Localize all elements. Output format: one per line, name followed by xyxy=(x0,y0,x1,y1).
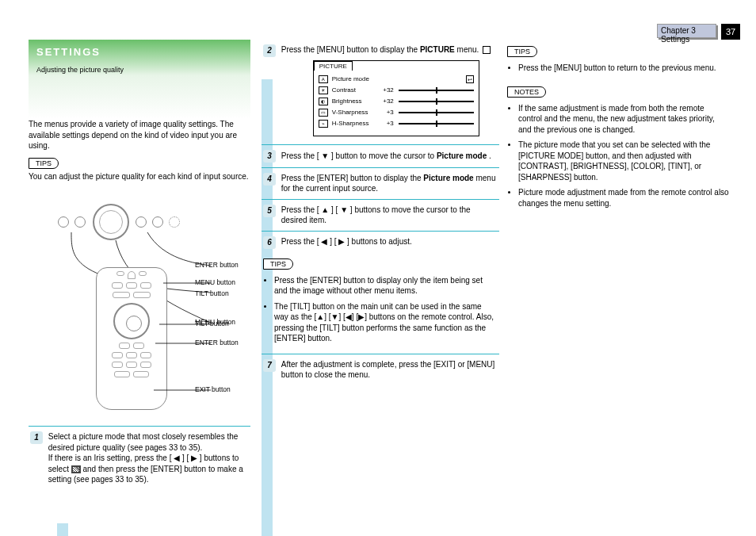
step-number: 1 xyxy=(30,431,43,444)
slider-bar-icon xyxy=(399,112,474,113)
tip-block-3: TIPS Press the [MENU] button to return t… xyxy=(507,46,729,74)
note-item-2: Picture mode adjustment made from the re… xyxy=(518,187,729,209)
osd-row-icon: ▭ xyxy=(319,109,328,117)
osd-row: ☀Contrast+32 xyxy=(319,85,474,96)
panel-menu-ring xyxy=(93,204,129,240)
enter-glyph-icon: ↩ xyxy=(466,75,474,83)
right-column: TIPS Press the [MENU] button to return t… xyxy=(507,40,729,213)
tip2-item-0: Press the [ENTER] button to display only… xyxy=(274,275,498,297)
note-item-1: The picture mode that you set can be sel… xyxy=(518,140,729,182)
tip2-item-1: The [TILT] button on the main unit can b… xyxy=(274,301,498,344)
iris-icon xyxy=(71,465,81,473)
tip-body: You can adjust the picture quality for e… xyxy=(29,171,250,182)
menu-name: PICTURE xyxy=(420,45,455,54)
step1-text-a: Select a picture mode that most closely … xyxy=(48,431,248,453)
step2-text: Press the [MENU] button to display the P… xyxy=(281,44,497,56)
remote-diagram: ENTER button TILT button MENU button MEN… xyxy=(36,188,242,418)
step1-text-b: If there is an Iris setting, press the [… xyxy=(48,453,248,485)
step3-text: Press the [ ▼ ] button to move the curso… xyxy=(281,150,497,162)
osd-row-label: V-Sharpness xyxy=(332,109,373,116)
panel-tilt-button xyxy=(74,216,86,228)
osd-row-value: +32 xyxy=(373,98,394,105)
middle-column: 2 Press the [MENU] button to display the… xyxy=(262,40,499,385)
panel-aux1-icon xyxy=(152,216,163,228)
osd-row-label: Contrast xyxy=(332,86,373,94)
callout-rc-exit: EXIT button xyxy=(195,385,231,393)
step-number: 5 xyxy=(263,205,276,217)
step5-text: Press the [ ▲ ] [ ▼ ] buttons to move th… xyxy=(281,205,497,226)
nav-ring-icon xyxy=(113,303,150,339)
osd-row-icon: ☀ xyxy=(319,86,328,94)
callout-rc-tilt: TILT button xyxy=(195,320,229,327)
notes-block: NOTES If the same adjustment is made fro… xyxy=(507,86,729,209)
tip-label: TIPS xyxy=(263,258,293,270)
osd-row-value: +3 xyxy=(373,109,394,116)
panel-enter-button xyxy=(136,216,147,228)
step-3: 3 Press the [ ▼ ] button to move the cur… xyxy=(262,144,499,167)
osd-tab: PICTURE xyxy=(314,61,353,71)
osd-row-label: Brightness xyxy=(332,98,373,105)
tip-block-2: TIPS Press the [ENTER] button to display… xyxy=(262,254,499,354)
osd-row-label: H-Sharpness xyxy=(332,120,373,127)
step-number: 4 xyxy=(263,173,276,186)
osd-row: ▭V-Sharpness+3 xyxy=(319,107,474,118)
enter-glyph-icon xyxy=(483,46,491,54)
osd-row: APicture mode↩ xyxy=(319,74,474,85)
step-2: 2 Press the [MENU] button to display the… xyxy=(262,40,499,144)
osd-row-label: Picture mode xyxy=(332,75,373,82)
step-6: 6 Press the [ ◀ ] [ ▶ ] buttons to adjus… xyxy=(262,231,499,254)
tip-label: TIPS xyxy=(507,46,537,57)
section-header: SETTINGS Adjusting the picture quality xyxy=(29,40,250,119)
osd-row: ⌁H-Sharpness+3 xyxy=(319,118,474,129)
osd-row-icon: A xyxy=(319,75,328,83)
callout-rc-menu: MENU button xyxy=(195,278,235,286)
step-1: 1 Select a picture mode that most closel… xyxy=(29,426,250,490)
panel-aux2-icon xyxy=(169,216,180,228)
header-title: SETTINGS xyxy=(36,46,242,58)
chapter-tab: Chapter 3 Settings xyxy=(657,24,716,38)
callout-panel-enter: ENTER button xyxy=(195,261,239,269)
power-icon xyxy=(58,216,69,228)
tip-label: TIPS xyxy=(29,158,59,169)
osd-row: ◐Brightness+32 xyxy=(319,96,474,107)
step6-text: Press the [ ◀ ] [ ▶ ] buttons to adjust. xyxy=(281,236,497,247)
step-number: 7 xyxy=(263,359,276,372)
step-number: 2 xyxy=(263,44,276,57)
callout-rc-enter: ENTER button xyxy=(195,339,239,346)
osd-row-icon: ⌁ xyxy=(319,120,328,128)
slider-bar-icon xyxy=(399,123,474,124)
header-subtitle: Adjusting the picture quality xyxy=(36,66,242,74)
step7-text: After the adjustment is complete, press … xyxy=(281,359,497,381)
osd-row-value: +32 xyxy=(373,86,394,94)
note-item-0: If the same adjustment is made from both… xyxy=(518,103,729,136)
left-column: The menus provide a variety of image qua… xyxy=(29,119,250,490)
osd-row-value: +3 xyxy=(373,120,394,127)
page-number: 37 xyxy=(721,24,740,40)
step-number: 6 xyxy=(263,236,276,249)
step-5: 5 Press the [ ▲ ] [ ▼ ] buttons to move … xyxy=(262,199,499,231)
step4-text: Press the [ENTER] button to display the … xyxy=(281,173,497,194)
intro-text: The menus provide a variety of image qua… xyxy=(29,119,250,151)
step-number: 3 xyxy=(263,150,276,163)
step-4: 4 Press the [ENTER] button to display th… xyxy=(262,167,499,199)
slider-bar-icon xyxy=(399,90,474,91)
step-7: 7 After the adjustment is complete, pres… xyxy=(262,354,499,385)
remote-body xyxy=(96,267,167,410)
tip3-item-0: Press the [MENU] button to return to the… xyxy=(518,63,729,74)
slider-bar-icon xyxy=(399,101,474,102)
osd-panel: PICTURE APicture mode↩☀Contrast+32◐Brigh… xyxy=(313,60,479,136)
notes-label: NOTES xyxy=(507,86,546,98)
callout-panel-tilt: TILT button xyxy=(195,289,229,297)
osd-row-icon: ◐ xyxy=(319,98,328,105)
panel-buttons xyxy=(56,204,181,240)
